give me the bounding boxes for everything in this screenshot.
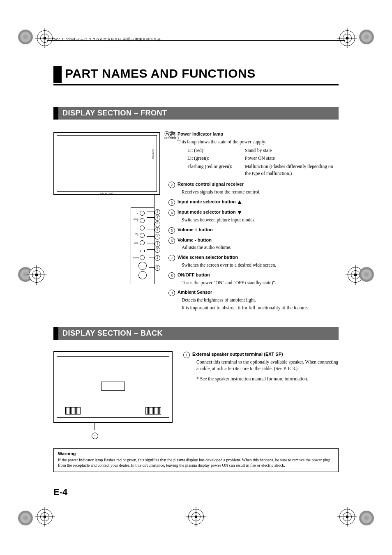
back-item-1: 1 External speaker output terminal (EXT …: [183, 351, 339, 382]
triangle-up-icon: [238, 200, 242, 204]
crop-target-br: [339, 509, 355, 525]
callout-3: 3: [154, 209, 160, 215]
triangle-down-icon: [238, 211, 242, 214]
header-page-info: 4 ページ ２００６年９月５日 火曜日 午後９時３５分: [73, 37, 161, 42]
front-description-list: 1 Power indicator lamp This lamp shows t…: [168, 131, 339, 315]
crop-mark-tr: [359, 30, 374, 44]
crop-mark-bl: [18, 511, 33, 525]
front-item-5: 5 Volume + button: [168, 227, 339, 234]
ctrl-vol-plus-icon: +: [133, 227, 138, 229]
display-front-diagram: FUJITSU CONTROL: [53, 132, 160, 195]
ctrl-receiver-icon: [138, 262, 147, 270]
callout-6: 6: [154, 227, 160, 233]
back-callout-1: 1: [92, 433, 98, 439]
item-desc: This lamp shows the state of the power s…: [178, 138, 339, 145]
ctrl-onoff-label: ON/OFF: [133, 257, 138, 259]
header-file: 7527_E.book: [52, 37, 74, 41]
crop-mark-br: [359, 511, 374, 525]
back-description-list: 1 External speaker output terminal (EXT …: [183, 351, 339, 439]
right-section-label: (Right section): [164, 131, 179, 140]
section-header-back: DISPLAY SECTION – BACK: [53, 327, 339, 340]
front-item-2: 2 Remote control signal receiver Receive…: [168, 181, 339, 196]
display-brand-label: FUJITSU: [100, 192, 113, 195]
crop-target-bc: [188, 509, 204, 525]
title-underline: [53, 84, 339, 85]
back-leader-line: [95, 423, 95, 430]
page-title: PART NAMES AND FUNCTIONS: [65, 66, 339, 83]
front-item-4: 4 Input mode selector button Switches be…: [168, 209, 339, 223]
item-title: Power indicator lamp: [178, 131, 339, 138]
crop-target-bl: [37, 509, 53, 525]
section-header-front: DISPLAY SECTION – FRONT: [53, 107, 339, 120]
side-panel-label: CONTROL: [152, 149, 154, 159]
warning-box: Warning If the power indicator lamp flas…: [53, 448, 339, 472]
crop-mark-tl: [18, 30, 33, 44]
callout-1: 1: [154, 241, 160, 247]
warning-text: If the power indicator lamp flashes red …: [58, 457, 334, 468]
section-title-front: DISPLAY SECTION – FRONT: [58, 107, 339, 120]
front-item-7: 7 Wide screen selector button Switches t…: [168, 254, 339, 269]
crop-target-tr: [339, 30, 355, 46]
page-title-block: PART NAMES AND FUNCTIONS: [53, 66, 339, 83]
crop-target-tl: [37, 30, 53, 46]
ctrl-lamp-icon: [141, 250, 145, 252]
callout-8: 8: [154, 247, 160, 253]
page-number: E-4: [53, 487, 67, 497]
crop-mark-mr: [359, 267, 374, 282]
callout-7: 7: [154, 234, 160, 240]
ctrl-vol-minus-icon: −: [133, 234, 138, 237]
ctrl-sensor-icon: [138, 271, 147, 279]
callout-4: 4: [154, 215, 160, 221]
front-item-1: 1 Power indicator lamp This lamp shows t…: [168, 131, 339, 178]
ctrl-wide-label: WIDE: [133, 242, 138, 244]
warning-title: Warning: [58, 451, 334, 456]
control-panel-diagram: ∧ MODE ∨ + VOL − WIDE ON/OFF 3 4: [131, 207, 164, 284]
ctrl-mode-up-icon: ∧: [133, 212, 138, 214]
display-back-diagram: [53, 351, 173, 423]
callout-9: 9: [154, 265, 160, 271]
section-title-back: DISPLAY SECTION – BACK: [58, 327, 339, 340]
title-bar: [53, 66, 62, 83]
front-item-3: 3 Input mode selector button: [168, 199, 339, 206]
callout-2: 2: [154, 255, 160, 261]
front-item-6: 6 Volume - button Adjusts the audio volu…: [168, 237, 339, 251]
callout-5: 5: [154, 221, 160, 227]
front-item-8: 8 ON/OFF button Turns the power "ON" and…: [168, 272, 339, 286]
front-item-9: 9 Ambient Sensor Detects the brightness …: [168, 289, 339, 311]
crop-target-ml: [29, 267, 44, 283]
ctrl-mode-down-icon: ∨: [133, 219, 138, 222]
